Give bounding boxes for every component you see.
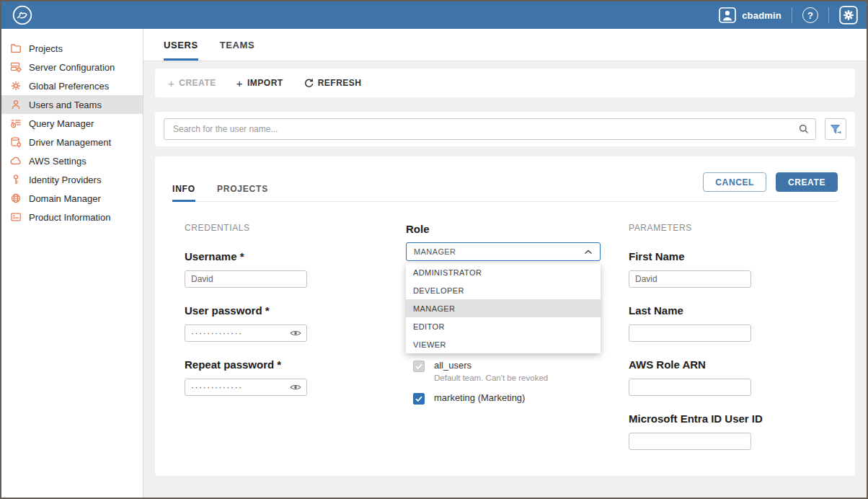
- sidebar-item-query-manager[interactable]: Query Manager: [1, 114, 143, 133]
- topbar-divider: [792, 7, 792, 23]
- sidebar-item-label: AWS Settings: [29, 156, 87, 167]
- role-option-administrator[interactable]: ADMINISTRATOR: [406, 263, 601, 281]
- sidebar: Projects Server Configuration Global Pre…: [1, 29, 143, 498]
- role-option-viewer[interactable]: VIEWER: [406, 335, 601, 353]
- user-menu[interactable]: cbadmin: [719, 7, 781, 23]
- sidebar-item-label: Users and Teams: [29, 100, 102, 110]
- form-actions: CANCEL CREATE: [703, 172, 838, 192]
- username-label: Username *: [185, 250, 307, 262]
- aws-settings-icon: [10, 155, 22, 167]
- product-information-icon: [10, 211, 22, 223]
- sidebar-item-identity-providers[interactable]: Identity Providers: [1, 170, 143, 189]
- user-avatar-icon: [719, 7, 736, 23]
- import-users-button[interactable]: + IMPORT: [236, 78, 283, 89]
- refresh-label: REFRESH: [318, 78, 362, 88]
- tab-users[interactable]: USERS: [164, 29, 198, 61]
- teams-list: all_users Default team. Can't be revoked…: [413, 360, 601, 415]
- cancel-button[interactable]: CANCEL: [703, 172, 766, 192]
- repeat-password-field[interactable]: [185, 379, 307, 396]
- sidebar-item-users-and-teams[interactable]: Users and Teams: [1, 95, 143, 114]
- query-manager-icon: [10, 118, 22, 129]
- sidebar-item-product-information[interactable]: Product Information: [1, 208, 143, 226]
- refresh-icon: [304, 78, 314, 88]
- marketing-checkbox[interactable]: [413, 393, 425, 405]
- topbar: cbadmin ?: [1, 1, 867, 29]
- search-bar: [155, 112, 855, 146]
- check-icon: [415, 394, 423, 403]
- repeat-password-label: Repeat password *: [185, 358, 307, 371]
- sidebar-item-label: Global Preferences: [29, 81, 109, 92]
- role-select[interactable]: MANAGER: [406, 242, 601, 261]
- gear-icon: [839, 6, 858, 25]
- user-password-label: User password *: [185, 304, 307, 317]
- aws-role-arn-field[interactable]: [629, 379, 751, 396]
- sidebar-item-aws-settings[interactable]: AWS Settings: [1, 151, 143, 170]
- tab-teams[interactable]: TEAMS: [220, 29, 255, 61]
- team-description: Default team. Can't be revoked: [434, 374, 548, 382]
- role-column: Role MANAGER ADMINISTRATOR DEVELOPER MAN…: [406, 223, 601, 261]
- search-icon[interactable]: [798, 123, 810, 138]
- sidebar-item-label: Domain Manager: [29, 193, 101, 204]
- first-name-label: First Name: [629, 250, 751, 262]
- settings-button[interactable]: [839, 6, 858, 25]
- chevron-up-icon: [584, 250, 593, 255]
- eye-icon: [290, 383, 301, 392]
- create-button[interactable]: CREATE: [776, 172, 838, 192]
- role-option-editor[interactable]: EDITOR: [406, 317, 601, 335]
- global-preferences-icon: [10, 80, 22, 92]
- search-field-wrapper: [164, 118, 816, 140]
- identity-providers-icon: [10, 174, 22, 185]
- team-row-all-users: all_users Default team. Can't be revoked: [413, 360, 601, 382]
- users-toolbar: + CREATE + IMPORT REFRESH: [155, 69, 855, 97]
- entra-id-label: Microsoft Entra ID User ID: [629, 412, 751, 425]
- driver-management-icon: [10, 136, 22, 148]
- role-option-manager[interactable]: MANAGER: [406, 299, 601, 317]
- password-visibility-toggle[interactable]: [290, 383, 301, 392]
- sidebar-item-domain-manager[interactable]: Domain Manager: [1, 189, 143, 208]
- domain-manager-icon: [10, 193, 22, 204]
- sidebar-item-server-configuration[interactable]: Server Configuration: [1, 58, 143, 76]
- first-name-field[interactable]: [629, 270, 751, 288]
- team-name: marketing (Marketing): [434, 392, 525, 403]
- sidebar-item-global-preferences[interactable]: Global Preferences: [1, 76, 143, 95]
- tab-projects[interactable]: PROJECTS: [217, 184, 268, 202]
- role-dropdown: ADMINISTRATOR DEVELOPER MANAGER EDITOR V…: [406, 263, 601, 353]
- content-area: + CREATE + IMPORT REFRESH: [143, 61, 867, 498]
- help-button[interactable]: ?: [802, 7, 818, 23]
- sidebar-item-projects[interactable]: Projects: [1, 39, 143, 58]
- role-option-developer[interactable]: DEVELOPER: [406, 281, 601, 299]
- repeat-password-wrapper: [185, 379, 307, 396]
- password-visibility-toggle[interactable]: [290, 329, 301, 337]
- plus-icon: +: [236, 78, 243, 89]
- create-user-button: + CREATE: [168, 78, 216, 89]
- refresh-button[interactable]: REFRESH: [304, 78, 362, 88]
- users-and-teams-icon: [10, 99, 22, 110]
- sidebar-item-label: Identity Providers: [29, 175, 101, 185]
- check-icon: [415, 362, 423, 371]
- projects-icon: [10, 43, 22, 54]
- role-selected-value: MANAGER: [414, 247, 456, 256]
- topbar-username: cbadmin: [742, 10, 781, 21]
- username-field[interactable]: [185, 270, 307, 288]
- sidebar-item-label: Query Manager: [29, 118, 94, 129]
- server-configuration-icon: [10, 61, 22, 73]
- filter-icon: [829, 123, 842, 136]
- help-icon: ?: [807, 10, 813, 21]
- user-password-wrapper: [185, 324, 307, 342]
- team-name: all_users: [434, 360, 548, 371]
- sidebar-item-label: Projects: [29, 43, 63, 54]
- admin-tabs: USERS TEAMS: [143, 29, 867, 61]
- cloudbeaver-logo-icon[interactable]: [12, 4, 33, 26]
- credentials-column: CREDENTIALS Username * User password * R…: [185, 223, 307, 412]
- parameters-section-title: PARAMETERS: [629, 223, 751, 233]
- search-input[interactable]: [164, 118, 816, 140]
- tab-info[interactable]: INFO: [172, 184, 195, 202]
- last-name-field[interactable]: [629, 324, 751, 342]
- entra-id-field[interactable]: [629, 433, 751, 450]
- plus-icon: +: [168, 78, 174, 89]
- sidebar-item-driver-management[interactable]: Driver Management: [1, 133, 143, 151]
- topbar-actions: cbadmin ?: [719, 6, 858, 25]
- filter-button[interactable]: [825, 118, 846, 140]
- user-password-field[interactable]: [185, 324, 307, 342]
- aws-role-arn-label: AWS Role ARN: [629, 358, 751, 371]
